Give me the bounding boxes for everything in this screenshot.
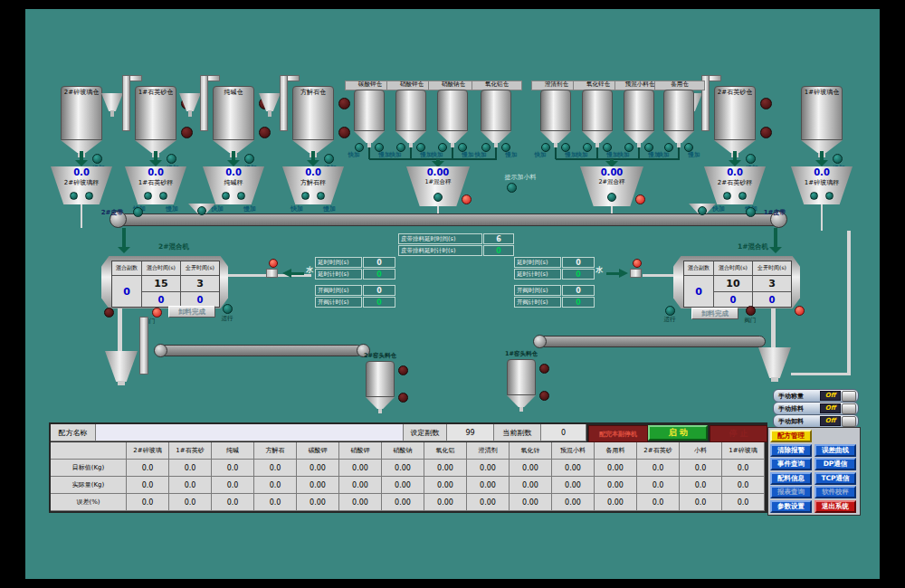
toggle-knob[interactable]: [842, 416, 856, 427]
menu-button[interactable]: 事件查询: [770, 458, 812, 470]
silo-label: 1#石英砂仓: [136, 89, 176, 96]
menu-button[interactable]: 误差曲线: [814, 444, 856, 457]
recipe-name-label: 配方名称: [51, 424, 96, 441]
menu-button[interactable]: TCP通信: [814, 472, 856, 485]
table-cell: 0.00: [297, 460, 339, 477]
flow-arrow-head: [307, 160, 319, 166]
kiln-bin-outlet: [519, 407, 523, 412]
table-cell: 0.00: [467, 477, 510, 494]
hmi-root: 2#碎玻璃仓慢加0.02#碎玻璃秤1#石英砂仓慢加0.01#石英砂秤快加慢加纯碱…: [0, 0, 905, 588]
unload-done-button[interactable]: 卸料完成: [691, 308, 738, 319]
timer-value: 0: [363, 269, 395, 280]
flow-arrow-head: [432, 161, 444, 167]
discharge-dot: [433, 193, 443, 202]
fast-feed-label: 快加: [530, 152, 550, 158]
menu-button[interactable]: 清除报警: [770, 444, 812, 457]
table-cell: 0.00: [339, 460, 382, 477]
elevator-leg: [122, 75, 130, 131]
scale-value: 0.0: [51, 167, 112, 177]
mixer-label: 2#混合机: [145, 242, 203, 251]
menu-recipe-button[interactable]: 配方管理: [770, 430, 812, 442]
scale-spout: [437, 206, 439, 213]
slow-discharge-label: 慢加: [159, 205, 185, 213]
timer-label: 开阀计时(s): [315, 297, 362, 308]
flow-arrow-head: [227, 160, 240, 166]
slow-discharge-label: 慢加: [317, 205, 342, 213]
table-column-header: 碳酸钾: [297, 442, 339, 460]
small-silo: [663, 90, 694, 131]
table-cell: 0.0: [127, 477, 169, 494]
menu-button[interactable]: DP通信: [814, 458, 856, 470]
scale-value: 0.00: [406, 167, 470, 177]
scale-label: 2#石英砂秤: [704, 179, 766, 186]
water-label: 水: [595, 265, 606, 275]
table-cell: 0.0: [169, 494, 212, 511]
timer-label: 延时时间(s): [315, 257, 362, 268]
table-column-header: 方解石: [254, 442, 297, 460]
mixer-panel-cell: 混合副数: [684, 261, 713, 275]
slow-feed-dot: [746, 154, 756, 164]
elevator-stem: [188, 110, 192, 117]
alarm-dot: [635, 194, 645, 204]
mixer-panel-cell: 混合时间(s): [714, 261, 752, 275]
small-silo: [354, 90, 385, 131]
menu-button[interactable]: 报表查询: [770, 486, 812, 498]
storage-silo: 1#碎玻璃仓: [801, 86, 843, 140]
slow-feed-dot: [833, 154, 843, 164]
start-button[interactable]: 启 动: [648, 425, 708, 441]
valve-label: 阀门: [738, 317, 762, 325]
run-dot: [223, 304, 233, 314]
menu-button[interactable]: 配料信息: [770, 472, 812, 485]
discharge-dot: [810, 192, 818, 200]
small-silo: [481, 90, 511, 131]
manual-toggle[interactable]: 手动卸料Off: [773, 414, 859, 428]
level-alarm-dot: [259, 127, 271, 138]
flow-arrow-head: [75, 160, 88, 166]
manual-toggle[interactable]: 手动称量Off: [773, 389, 859, 403]
mixer-panel-cell: 全开时间(s): [753, 261, 791, 275]
stop-button[interactable]: 停 止: [710, 425, 767, 442]
slow-feed-dot: [167, 154, 176, 164]
stop-after-batch-button[interactable]: 配完本副停机: [588, 425, 648, 442]
timer-label: 开阀时间(s): [315, 285, 362, 296]
table-column-header: 小料: [680, 442, 722, 460]
return-pipe: [791, 373, 849, 375]
discharge-dot: [85, 192, 93, 200]
table-row-label: 目标值(Kg): [51, 460, 127, 477]
discharge-dot: [738, 192, 747, 200]
scale-label: 1#石英砂秤: [125, 179, 186, 186]
mixer-panel: 混合副数混合时间(s)全开时间(s)010300: [683, 261, 792, 308]
table-cell: 0.00: [297, 477, 339, 494]
table-cell: 0.0: [254, 477, 297, 494]
valve-dot: [152, 308, 162, 318]
manual-toggle[interactable]: 手动排料Off: [773, 402, 859, 415]
mixer-panel-cell: 0: [753, 292, 791, 307]
recipe-name-input[interactable]: [96, 424, 404, 441]
mixer-panel-cell: 10: [714, 276, 752, 291]
menu-button[interactable]: 退出系统: [814, 500, 856, 513]
timer-value: 0: [363, 285, 395, 296]
elevator-stem: [110, 110, 114, 117]
funnel-outlet: [118, 381, 125, 385]
scale-label: 方解石秤: [282, 179, 344, 186]
table-cell: 0.0: [722, 494, 765, 511]
table-column-header: 2#碎玻璃: [127, 442, 169, 460]
water-arrow-head: [619, 269, 628, 278]
scale-value: 0.0: [704, 167, 766, 177]
flow-arrow-head: [605, 161, 618, 167]
table-cell: 0.00: [382, 477, 424, 494]
flow-arrow-head: [815, 160, 828, 166]
unload-done-button[interactable]: 卸料完成: [168, 306, 215, 318]
mixer-label: 1#混合机: [724, 242, 782, 251]
level-alarm-dot: [338, 127, 350, 138]
valve-alarm-dot: [746, 306, 756, 316]
current-count-value: 0: [541, 424, 586, 441]
discharge-dot: [317, 192, 325, 200]
mixer-panel-cell: 0: [714, 292, 752, 307]
menu-button[interactable]: 参数设置: [770, 500, 812, 513]
toggle-knob[interactable]: [842, 391, 856, 402]
mixer-panel-cell: 0: [112, 276, 141, 307]
menu-button[interactable]: 软件校秤: [814, 486, 856, 498]
table-cell: 0.00: [339, 477, 382, 494]
toggle-knob[interactable]: [842, 403, 856, 414]
